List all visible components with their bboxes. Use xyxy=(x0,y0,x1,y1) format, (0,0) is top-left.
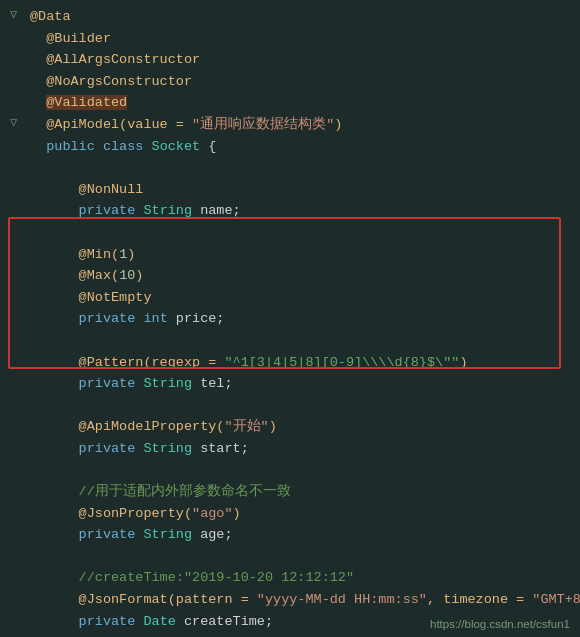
line-code: @JsonProperty("ago") xyxy=(30,503,570,525)
line-gutter: ▽ xyxy=(10,6,24,25)
token: , timezone = xyxy=(427,592,532,607)
code-line: ▽ @ApiModel(value = "通用响应数据结构类") xyxy=(0,114,580,136)
line-code: @Min(1) xyxy=(30,244,570,266)
code-line: @JsonProperty("ago") xyxy=(0,503,580,525)
token: @Pattern(regexp = xyxy=(30,355,224,370)
line-code xyxy=(30,330,570,352)
token: class xyxy=(103,139,144,154)
footer-url: https://blog.csdn.net/csfun1 xyxy=(430,615,570,633)
code-line: @Min(1) xyxy=(0,244,580,266)
code-line: @AllArgsConstructor xyxy=(0,49,580,71)
token: @ApiModel(value = xyxy=(30,117,192,132)
line-code: private String age; xyxy=(30,524,570,546)
token: Socket xyxy=(152,139,201,154)
code-line: @Validated xyxy=(0,92,580,114)
code-line: public class Socket { xyxy=(0,136,580,158)
token: ) xyxy=(135,268,143,283)
code-line: @Builder xyxy=(0,28,580,50)
token: private xyxy=(79,311,136,326)
token: ) xyxy=(334,117,342,132)
line-code: @ApiModel(value = "通用响应数据结构类") xyxy=(30,114,570,136)
token xyxy=(95,139,103,154)
line-code: //createTime:"2019-10-20 12:12:12" xyxy=(30,567,570,589)
token: "ago" xyxy=(192,506,233,521)
line-gutter: ▽ xyxy=(10,114,24,133)
token: "开始" xyxy=(224,419,268,434)
code-container: ▽@Data @Builder @AllArgsConstructor @NoA… xyxy=(0,0,580,637)
token: @ApiModelProperty( xyxy=(30,419,224,434)
token: @Validated xyxy=(46,95,127,110)
token: 10 xyxy=(119,268,135,283)
line-code xyxy=(30,395,570,417)
token: ) xyxy=(269,419,277,434)
token: ) xyxy=(459,355,467,370)
code-line: private int price; xyxy=(0,308,580,330)
code-line: private String tel; xyxy=(0,373,580,395)
token: private xyxy=(79,441,136,456)
line-code: @NotEmpty xyxy=(30,287,570,309)
code-line: @NotEmpty xyxy=(0,287,580,309)
line-code: public class Socket { xyxy=(30,136,570,158)
line-code: @ApiModelProperty("开始") xyxy=(30,416,570,438)
token: @NonNull xyxy=(30,182,143,197)
token: @NotEmpty xyxy=(30,290,152,305)
token: @Builder xyxy=(30,31,111,46)
token xyxy=(30,311,79,326)
token: private xyxy=(79,527,136,542)
token: name; xyxy=(192,203,241,218)
line-code xyxy=(30,459,570,481)
token: int xyxy=(143,311,167,326)
line-code xyxy=(30,546,570,568)
token: @Min( xyxy=(30,247,119,262)
token: Date xyxy=(143,614,175,629)
token: @NoArgsConstructor xyxy=(30,74,192,89)
code-line xyxy=(0,395,580,417)
line-code: private String tel; xyxy=(30,373,570,395)
line-code: @JsonFormat(pattern = "yyyy-MM-dd HH:mm:… xyxy=(30,589,580,611)
token: age; xyxy=(192,527,233,542)
token xyxy=(143,139,151,154)
line-code: private String start; xyxy=(30,438,570,460)
line-code: @Data xyxy=(30,6,570,28)
token: String xyxy=(143,376,192,391)
token: //用于适配内外部参数命名不一致 xyxy=(30,484,291,499)
token: String xyxy=(143,441,192,456)
token: { xyxy=(200,139,216,154)
token: String xyxy=(143,203,192,218)
token: ) xyxy=(233,506,241,521)
token: @Max( xyxy=(30,268,119,283)
code-line: private String name; xyxy=(0,200,580,222)
line-code: @Pattern(regexp = "^1[3|4|5|8][0-9]\\\\d… xyxy=(30,352,570,374)
line-code: //用于适配内外部参数命名不一致 xyxy=(30,481,570,503)
line-code xyxy=(30,157,570,179)
token: createTime; xyxy=(176,614,273,629)
code-line: @Max(10) xyxy=(0,265,580,287)
code-line: @ApiModelProperty("开始") xyxy=(0,416,580,438)
token xyxy=(30,614,79,629)
code-line: private String start; xyxy=(0,438,580,460)
token xyxy=(30,95,46,110)
line-code xyxy=(30,222,570,244)
token: @JsonProperty( xyxy=(30,506,192,521)
token: price; xyxy=(168,311,225,326)
lines-container: ▽@Data @Builder @AllArgsConstructor @NoA… xyxy=(0,6,580,637)
code-line xyxy=(0,330,580,352)
token: @Data xyxy=(30,9,71,24)
line-code: @Builder xyxy=(30,28,570,50)
token: private xyxy=(79,614,136,629)
token: @AllArgsConstructor xyxy=(30,52,200,67)
code-line: //用于适配内外部参数命名不一致 xyxy=(0,481,580,503)
token xyxy=(30,203,79,218)
line-code: @Max(10) xyxy=(30,265,570,287)
line-code: @Validated xyxy=(30,92,570,114)
token: private xyxy=(79,203,136,218)
code-line: @Pattern(regexp = "^1[3|4|5|8][0-9]\\\\d… xyxy=(0,352,580,374)
code-line xyxy=(0,157,580,179)
code-line: @NonNull xyxy=(0,179,580,201)
token: //createTime:"2019-10-20 12:12:12" xyxy=(30,570,354,585)
line-code: @NoArgsConstructor xyxy=(30,71,570,93)
token xyxy=(30,139,46,154)
token: @JsonFormat(pattern = xyxy=(30,592,257,607)
token xyxy=(30,527,79,542)
line-code: private int price; xyxy=(30,308,570,330)
